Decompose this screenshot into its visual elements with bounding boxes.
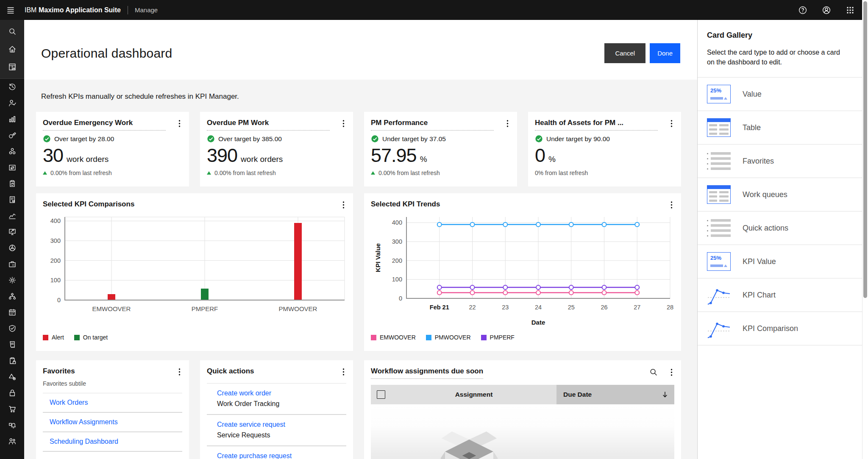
- column-header-due-date[interactable]: Due Date: [556, 385, 674, 404]
- page-scrollbar[interactable]: [862, 0, 868, 459]
- favorite-link-work-orders[interactable]: Work Orders: [43, 393, 182, 413]
- kpi-card-pm-performance: PM Performance Under target by 37.05 57.…: [364, 112, 517, 186]
- sidebar-item-whistle[interactable]: [0, 127, 24, 143]
- gallery-item-kpi-comparison[interactable]: KPI Comparison: [698, 312, 862, 345]
- app-brand[interactable]: IBM Maximo Application Suite: [25, 6, 121, 14]
- quick-action-link[interactable]: Create work order: [217, 389, 346, 397]
- gear-icon: [8, 276, 17, 284]
- overflow-menu-icon[interactable]: [669, 200, 674, 211]
- sidebar-item-safety[interactable]: [0, 369, 24, 385]
- app-switcher-icon[interactable]: [838, 0, 862, 20]
- sidebar-item-bell[interactable]: [0, 417, 24, 433]
- overflow-menu-icon[interactable]: [669, 367, 674, 378]
- overflow-menu-icon[interactable]: [341, 367, 346, 378]
- search-icon[interactable]: [648, 367, 659, 378]
- sidebar-item-bar-chart[interactable]: [0, 111, 24, 127]
- sidebar-item-shield-check[interactable]: [0, 320, 24, 337]
- kpi-cards-row: Overdue Emergency Work Over target by 28…: [36, 112, 681, 186]
- sidebar-item-search[interactable]: [0, 22, 24, 40]
- hamburger-menu-icon[interactable]: [0, 0, 21, 20]
- kpi-status-text: Under target by 90.00: [546, 135, 610, 143]
- gallery-item-kpi-chart[interactable]: KPI Chart: [698, 278, 862, 312]
- legend-swatch-emwoover: [371, 335, 376, 340]
- kpi-refresh-note: Refresh KPIs manually or schedule refres…: [41, 92, 681, 101]
- sidebar-item-clipboard-sync[interactable]: [0, 175, 24, 192]
- legend-label: On target: [83, 334, 108, 341]
- kpi-unit: %: [548, 155, 556, 164]
- sidebar-item-calendar[interactable]: [0, 304, 24, 320]
- card-gallery-title: Card Gallery: [707, 31, 853, 40]
- kpi-trends-line-chart: 0100200300400Feb 2122232425262728KPI Val…: [371, 211, 674, 331]
- done-button[interactable]: Done: [650, 43, 680, 63]
- card-gallery-panel: Card Gallery Select the card type to add…: [697, 20, 862, 459]
- sidebar-item-assets[interactable]: [0, 143, 24, 159]
- gallery-item-table[interactable]: Table: [698, 111, 862, 145]
- sidebar-item-user-check[interactable]: [0, 95, 24, 111]
- sidebar-item-wheel[interactable]: [0, 240, 24, 256]
- sidebar-item-gear[interactable]: [0, 272, 24, 288]
- kpi-card-overdue-emergency-work: Overdue Emergency Work Over target by 28…: [36, 112, 189, 186]
- quick-action-link[interactable]: Create purchase request: [217, 452, 346, 459]
- line-chart-legend: EMWOOVER PMWOOVER PMPERF: [371, 334, 674, 341]
- overflow-menu-icon[interactable]: [341, 200, 346, 211]
- overflow-menu-icon[interactable]: [505, 119, 510, 130]
- sidebar-item-people[interactable]: [0, 433, 24, 449]
- help-icon[interactable]: [791, 0, 815, 20]
- trend-up-icon: [371, 171, 375, 175]
- card-gallery-description: Select the card type to add or choose a …: [707, 47, 847, 67]
- sidebar-item-dashboard[interactable]: [0, 58, 24, 76]
- overflow-menu-icon[interactable]: [177, 119, 182, 130]
- sidebar-item-box-sync[interactable]: [0, 159, 24, 175]
- list-card-icon: [707, 218, 731, 238]
- sidebar-item-receipt[interactable]: [0, 337, 24, 353]
- kpi-card-health-of-assets: Health of Assets for PM ... Under target…: [528, 112, 681, 186]
- card-title: Favorites: [43, 367, 75, 376]
- sidebar-item-cart[interactable]: [0, 401, 24, 417]
- favorite-link-scheduling-dashboard[interactable]: Scheduling Dashboard: [43, 432, 182, 452]
- kpi-unit: %: [420, 155, 427, 164]
- quick-action-link[interactable]: Create service request: [217, 421, 346, 428]
- svg-text:25: 25: [568, 304, 575, 311]
- whistle-icon: [8, 131, 17, 139]
- svg-text:300: 300: [50, 237, 61, 244]
- gallery-item-quick-actions[interactable]: Quick actions: [698, 211, 862, 245]
- sidebar-item-hierarchy[interactable]: [0, 288, 24, 304]
- kpi-status-text: Over target by 28.00: [54, 135, 114, 143]
- gallery-item-favorites[interactable]: Favorites: [698, 145, 862, 178]
- favorite-link-workflow-assignments[interactable]: Workflow Assignments: [43, 413, 182, 432]
- sidebar-item-analytics[interactable]: [0, 208, 24, 224]
- receipt-icon: [8, 340, 17, 349]
- favorites-card: Favorites Favorites subtile Work Orders …: [36, 360, 189, 459]
- sidebar-item-report[interactable]: [0, 192, 24, 208]
- list-card-icon: [707, 151, 731, 171]
- sidebar-item-clipboard-lock[interactable]: [0, 353, 24, 369]
- sidebar-item-history[interactable]: [0, 79, 24, 95]
- sidebar-item-briefcase[interactable]: [0, 256, 24, 272]
- column-header-assignment[interactable]: Assignment: [391, 385, 556, 404]
- gallery-item-label: KPI Chart: [743, 291, 776, 300]
- sidebar-item-monitor-tool[interactable]: [0, 224, 24, 240]
- scrollbar-thumb[interactable]: [863, 1, 867, 298]
- gallery-item-work-queues[interactable]: Work queues: [698, 178, 862, 211]
- checkmark-filled-icon: [207, 135, 215, 143]
- kpi-change-text: 0.00% from last refresh: [50, 170, 112, 176]
- select-all-checkbox[interactable]: [377, 390, 385, 399]
- overflow-menu-icon[interactable]: [669, 119, 674, 130]
- svg-text:400: 400: [50, 217, 61, 224]
- sidebar-item-home[interactable]: [0, 40, 24, 58]
- wheel-icon: [8, 244, 17, 252]
- page-title: Operational dashboard: [41, 46, 172, 61]
- svg-text:PMWOOVER: PMWOOVER: [279, 305, 317, 312]
- user-avatar-icon[interactable]: [815, 0, 838, 20]
- cancel-button[interactable]: Cancel: [604, 43, 645, 63]
- sidebar-item-lock[interactable]: [0, 385, 24, 401]
- overflow-menu-icon[interactable]: [341, 119, 346, 130]
- svg-text:200: 200: [50, 257, 61, 264]
- kpi-status-text: Under target by 37.05: [382, 135, 446, 143]
- kpi-value: 390: [207, 145, 237, 167]
- gallery-item-value[interactable]: 25%Value: [698, 78, 862, 111]
- value-card-icon: 25%: [707, 252, 731, 271]
- gallery-item-kpi-value[interactable]: 25%KPI Value: [698, 245, 862, 278]
- overflow-menu-icon[interactable]: [177, 367, 182, 378]
- sort-descending-icon: [661, 390, 669, 399]
